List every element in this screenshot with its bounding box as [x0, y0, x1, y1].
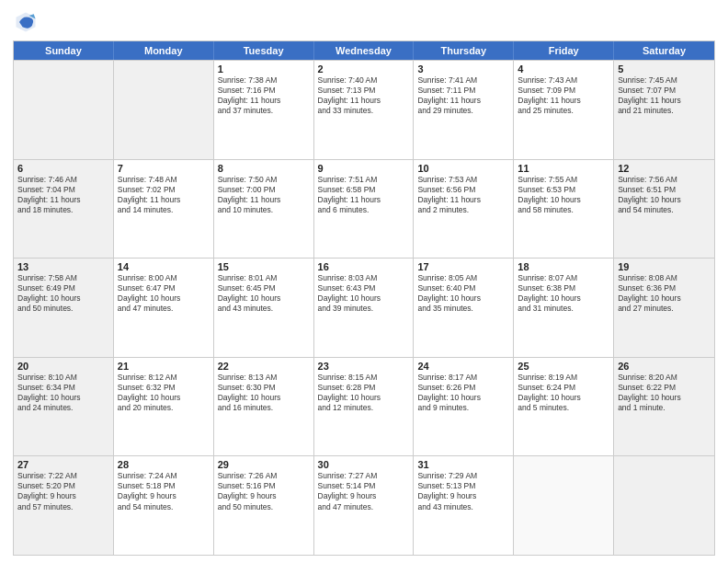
cell-daylight-info: Sunrise: 8:19 AM Sunset: 6:24 PM Dayligh…: [518, 373, 609, 413]
cell-daylight-info: Sunrise: 7:46 AM Sunset: 7:04 PM Dayligh…: [17, 175, 109, 215]
header-day-wednesday: Wednesday: [314, 41, 415, 60]
calendar-cell-r3-c6: 26Sunrise: 8:20 AM Sunset: 6:22 PM Dayli…: [614, 358, 714, 456]
day-number: 4: [518, 63, 609, 75]
calendar-cell-r2-c6: 19Sunrise: 8:08 AM Sunset: 6:36 PM Dayli…: [614, 259, 714, 357]
calendar-cell-r0-c5: 4Sunrise: 7:43 AM Sunset: 7:09 PM Daylig…: [514, 61, 614, 159]
day-number: 11: [518, 163, 609, 174]
cell-daylight-info: Sunrise: 7:56 AM Sunset: 6:51 PM Dayligh…: [618, 175, 711, 215]
day-number: 25: [518, 361, 609, 372]
day-number: 8: [218, 163, 310, 174]
day-number: 26: [618, 361, 711, 372]
calendar-cell-r1-c1: 7Sunrise: 7:48 AM Sunset: 7:02 PM Daylig…: [114, 160, 214, 259]
cell-daylight-info: Sunrise: 8:13 AM Sunset: 6:30 PM Dayligh…: [218, 373, 310, 413]
calendar-cell-r0-c3: 2Sunrise: 7:40 AM Sunset: 7:13 PM Daylig…: [314, 61, 415, 159]
calendar-cell-r4-c1: 28Sunrise: 7:24 AM Sunset: 5:18 PM Dayli…: [114, 456, 214, 555]
day-number: 24: [417, 361, 509, 372]
day-number: 15: [218, 261, 310, 272]
cell-daylight-info: Sunrise: 8:08 AM Sunset: 6:36 PM Dayligh…: [618, 273, 711, 314]
header-day-friday: Friday: [514, 41, 614, 60]
header-day-tuesday: Tuesday: [214, 41, 314, 60]
calendar-cell-r3-c1: 21Sunrise: 8:12 AM Sunset: 6:32 PM Dayli…: [114, 358, 214, 456]
calendar-row-3: 20Sunrise: 8:10 AM Sunset: 6:34 PM Dayli…: [14, 357, 714, 456]
cell-daylight-info: Sunrise: 7:43 AM Sunset: 7:09 PM Dayligh…: [518, 75, 609, 116]
calendar-row-0: 1Sunrise: 7:38 AM Sunset: 7:16 PM Daylig…: [14, 60, 714, 159]
day-number: 7: [118, 163, 210, 174]
header-day-thursday: Thursday: [414, 41, 514, 60]
day-number: 19: [618, 261, 711, 272]
day-number: 31: [417, 459, 509, 470]
calendar-cell-r4-c6: [614, 456, 714, 555]
calendar-body: 1Sunrise: 7:38 AM Sunset: 7:16 PM Daylig…: [14, 60, 714, 555]
calendar-cell-r3-c2: 22Sunrise: 8:13 AM Sunset: 6:30 PM Dayli…: [214, 358, 314, 456]
cell-daylight-info: Sunrise: 7:58 AM Sunset: 6:49 PM Dayligh…: [17, 273, 109, 314]
calendar-cell-r2-c0: 13Sunrise: 7:58 AM Sunset: 6:49 PM Dayli…: [14, 259, 114, 357]
calendar-cell-r0-c0: [14, 61, 114, 159]
day-number: 29: [218, 459, 310, 470]
day-number: 12: [618, 163, 711, 174]
logo-icon: [13, 9, 39, 35]
cell-daylight-info: Sunrise: 7:27 AM Sunset: 5:14 PM Dayligh…: [318, 471, 410, 511]
calendar-cell-r3-c3: 23Sunrise: 8:15 AM Sunset: 6:28 PM Dayli…: [314, 358, 415, 456]
day-number: 21: [118, 361, 210, 372]
cell-daylight-info: Sunrise: 7:45 AM Sunset: 7:07 PM Dayligh…: [618, 75, 711, 116]
calendar-cell-r4-c5: [514, 456, 614, 555]
cell-daylight-info: Sunrise: 8:00 AM Sunset: 6:47 PM Dayligh…: [118, 273, 210, 314]
calendar: SundayMondayTuesdayWednesdayThursdayFrid…: [13, 40, 715, 556]
calendar-cell-r2-c2: 15Sunrise: 8:01 AM Sunset: 6:45 PM Dayli…: [214, 259, 314, 357]
calendar-cell-r2-c5: 18Sunrise: 8:07 AM Sunset: 6:38 PM Dayli…: [514, 259, 614, 357]
day-number: 27: [17, 459, 109, 470]
calendar-cell-r1-c6: 12Sunrise: 7:56 AM Sunset: 6:51 PM Dayli…: [614, 160, 714, 259]
calendar-cell-r0-c6: 5Sunrise: 7:45 AM Sunset: 7:07 PM Daylig…: [614, 61, 714, 159]
cell-daylight-info: Sunrise: 7:29 AM Sunset: 5:13 PM Dayligh…: [417, 471, 509, 511]
cell-daylight-info: Sunrise: 8:12 AM Sunset: 6:32 PM Dayligh…: [118, 373, 210, 413]
cell-daylight-info: Sunrise: 8:20 AM Sunset: 6:22 PM Dayligh…: [618, 373, 711, 413]
day-number: 2: [318, 63, 410, 75]
header-day-monday: Monday: [114, 41, 214, 60]
calendar-cell-r3-c4: 24Sunrise: 8:17 AM Sunset: 6:26 PM Dayli…: [414, 358, 514, 456]
logo: [13, 9, 44, 35]
calendar-row-2: 13Sunrise: 7:58 AM Sunset: 6:49 PM Dayli…: [14, 258, 714, 357]
day-number: 14: [118, 261, 210, 272]
header-day-sunday: Sunday: [14, 41, 114, 60]
calendar-cell-r4-c3: 30Sunrise: 7:27 AM Sunset: 5:14 PM Dayli…: [314, 456, 415, 555]
cell-daylight-info: Sunrise: 7:24 AM Sunset: 5:18 PM Dayligh…: [118, 471, 210, 511]
calendar-cell-r1-c0: 6Sunrise: 7:46 AM Sunset: 7:04 PM Daylig…: [14, 160, 114, 259]
cell-daylight-info: Sunrise: 7:26 AM Sunset: 5:16 PM Dayligh…: [218, 471, 310, 511]
day-number: 17: [417, 261, 509, 272]
day-number: 3: [417, 63, 509, 75]
calendar-cell-r4-c0: 27Sunrise: 7:22 AM Sunset: 5:20 PM Dayli…: [14, 456, 114, 555]
cell-daylight-info: Sunrise: 8:07 AM Sunset: 6:38 PM Dayligh…: [518, 273, 609, 314]
calendar-cell-r1-c3: 9Sunrise: 7:51 AM Sunset: 6:58 PM Daylig…: [314, 160, 415, 259]
calendar-row-4: 27Sunrise: 7:22 AM Sunset: 5:20 PM Dayli…: [14, 455, 714, 555]
header-day-saturday: Saturday: [614, 41, 714, 60]
day-number: 13: [17, 261, 109, 272]
calendar-cell-r3-c5: 25Sunrise: 8:19 AM Sunset: 6:24 PM Dayli…: [514, 358, 614, 456]
cell-daylight-info: Sunrise: 8:15 AM Sunset: 6:28 PM Dayligh…: [318, 373, 410, 413]
calendar-cell-r0-c4: 3Sunrise: 7:41 AM Sunset: 7:11 PM Daylig…: [414, 61, 514, 159]
calendar-cell-r1-c5: 11Sunrise: 7:55 AM Sunset: 6:53 PM Dayli…: [514, 160, 614, 259]
day-number: 10: [417, 163, 509, 174]
day-number: 16: [318, 261, 410, 272]
cell-daylight-info: Sunrise: 7:51 AM Sunset: 6:58 PM Dayligh…: [318, 175, 410, 215]
cell-daylight-info: Sunrise: 8:03 AM Sunset: 6:43 PM Dayligh…: [318, 273, 410, 314]
calendar-cell-r2-c1: 14Sunrise: 8:00 AM Sunset: 6:47 PM Dayli…: [114, 259, 214, 357]
day-number: 6: [17, 163, 109, 174]
calendar-row-1: 6Sunrise: 7:46 AM Sunset: 7:04 PM Daylig…: [14, 159, 714, 259]
cell-daylight-info: Sunrise: 7:38 AM Sunset: 7:16 PM Dayligh…: [218, 75, 310, 116]
cell-daylight-info: Sunrise: 8:05 AM Sunset: 6:40 PM Dayligh…: [417, 273, 509, 314]
day-number: 30: [318, 459, 410, 470]
calendar-cell-r4-c2: 29Sunrise: 7:26 AM Sunset: 5:16 PM Dayli…: [214, 456, 314, 555]
day-number: 28: [118, 459, 210, 470]
cell-daylight-info: Sunrise: 7:40 AM Sunset: 7:13 PM Dayligh…: [318, 75, 410, 116]
day-number: 9: [318, 163, 410, 174]
day-number: 23: [318, 361, 410, 372]
calendar-header: SundayMondayTuesdayWednesdayThursdayFrid…: [14, 41, 714, 60]
calendar-cell-r2-c3: 16Sunrise: 8:03 AM Sunset: 6:43 PM Dayli…: [314, 259, 415, 357]
cell-daylight-info: Sunrise: 7:41 AM Sunset: 7:11 PM Dayligh…: [417, 75, 509, 116]
day-number: 18: [518, 261, 609, 272]
cell-daylight-info: Sunrise: 8:17 AM Sunset: 6:26 PM Dayligh…: [417, 373, 509, 413]
calendar-cell-r1-c4: 10Sunrise: 7:53 AM Sunset: 6:56 PM Dayli…: [414, 160, 514, 259]
calendar-cell-r2-c4: 17Sunrise: 8:05 AM Sunset: 6:40 PM Dayli…: [414, 259, 514, 357]
page: SundayMondayTuesdayWednesdayThursdayFrid…: [0, 0, 728, 563]
cell-daylight-info: Sunrise: 7:50 AM Sunset: 7:00 PM Dayligh…: [218, 175, 310, 215]
